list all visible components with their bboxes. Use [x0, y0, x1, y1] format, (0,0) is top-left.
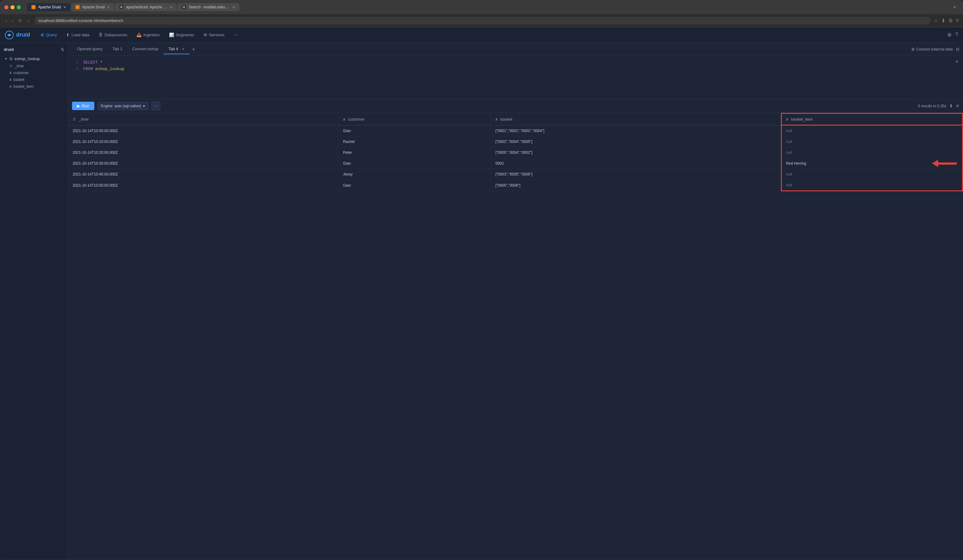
browser-tab-close-tab4[interactable]: ✕: [232, 5, 235, 9]
close-results-icon[interactable]: ✕: [956, 104, 959, 108]
nav-datasources-label: Datasources: [105, 32, 127, 37]
browser-tab-tab2[interactable]: DApache Druid✕: [71, 3, 115, 11]
cell-time-2: 2021-10-14T10:20:00.000Z: [68, 147, 339, 158]
table-icon: ⊞: [9, 57, 13, 61]
traffic-lights: [4, 5, 21, 9]
cell-time-3: 2021-10-14T10:30:00.000Z: [68, 158, 339, 169]
cell-time-1: 2021-10-14T10:10:00.000Z: [68, 136, 339, 147]
connect-label: Connect external data: [916, 47, 953, 52]
string-col-icon-customer: A: [9, 71, 11, 75]
browser-tab-icon-tab4: ⚙: [182, 5, 186, 9]
cell-basket-1: ["0002","0004","0005"]: [491, 136, 781, 147]
tab-4[interactable]: Tab 4 ✕: [164, 44, 190, 54]
editor-line-2-content: FROM eshop_lookup: [83, 66, 125, 73]
result-count: 6 results in 0.26s: [918, 104, 946, 108]
table-row: 2021-10-14T10:40:00.000ZJessy["0003","00…: [68, 169, 963, 180]
table-row: 2021-10-14T10:30:00.000ZGian0002Red Herr…: [68, 158, 963, 169]
app-container: druid ⊞ Query ⬆ Load data 🗄 Datasources …: [0, 27, 963, 559]
browser-tab-tab1[interactable]: DApache Druid✕: [27, 3, 70, 11]
tab-4-close-button[interactable]: ✕: [182, 47, 185, 51]
editor-line-2: 2 FROM eshop_lookup: [73, 66, 958, 73]
nav-more-button[interactable]: ···: [229, 30, 242, 40]
table-wrapper: ⏱ _time A customer A bas: [68, 113, 963, 191]
download-icon[interactable]: ⬇: [941, 18, 945, 24]
tab-1[interactable]: Tab 1: [107, 44, 127, 54]
back-button[interactable]: ‹: [4, 18, 8, 24]
settings-icon[interactable]: ⚙: [947, 32, 952, 38]
col-header-basket: A basket: [491, 113, 781, 125]
browser-tab-icon-tab3: ⚙: [119, 5, 123, 9]
table-row: 2021-10-14T10:00:00.000ZGian["0001","000…: [68, 125, 963, 136]
line-num-2: 2: [73, 66, 78, 73]
maximize-window-button[interactable]: [17, 5, 21, 9]
browser-tab-tab3[interactable]: ⚙apache/druid: Apache Druid: a ...✕: [115, 3, 177, 11]
cell-basket-5: ["0005","0006"]: [491, 180, 781, 191]
new-tab-button[interactable]: +: [951, 3, 959, 11]
run-icon: ▶: [77, 104, 80, 108]
tab-opened-query[interactable]: Opened query: [72, 44, 107, 54]
close-window-button[interactable]: [4, 5, 8, 9]
browser-tab-label-tab2: Apache Druid: [82, 5, 105, 9]
minimize-window-button[interactable]: [11, 5, 15, 9]
engine-selector[interactable]: Engine: auto (sql-native) ▾: [97, 102, 148, 110]
cell-customer-1: Rachel: [339, 136, 491, 147]
query-toolbar: ▶ Run Engine: auto (sql-native) ▾ ··· 6 …: [68, 99, 963, 113]
bookmark-icon[interactable]: ☆: [934, 18, 938, 24]
reload-button[interactable]: ↻: [17, 18, 23, 24]
nav-ingestion-label: Ingestion: [143, 32, 160, 37]
table-row: 2021-10-14T10:50:00.000ZGian["0005","000…: [68, 180, 963, 191]
browser-tabs: DApache Druid✕DApache Druid✕⚙apache/drui…: [27, 3, 948, 11]
ingestion-nav-icon: 📥: [136, 32, 141, 37]
nav-item-services[interactable]: ⚙ Services: [199, 30, 229, 40]
connect-icon: ⊞: [911, 47, 914, 52]
sidebar-col-basket[interactable]: A basket: [7, 76, 65, 83]
sidebar-col-basket-item[interactable]: A basket_item: [7, 83, 65, 90]
extensions-icon[interactable]: ⚙: [948, 18, 953, 24]
cell-basket-item-2: null: [781, 147, 962, 158]
sidebar-columns: ⏱ _time A customer A basket A basket_ite…: [7, 63, 65, 90]
browser-tab-close-tab1[interactable]: ✕: [63, 5, 66, 9]
forward-button[interactable]: ›: [11, 18, 15, 24]
run-button[interactable]: ▶ Run: [72, 102, 94, 110]
menu-icon[interactable]: ≡: [956, 18, 959, 24]
cell-basket-item-1: null: [781, 136, 962, 147]
time-type-icon: ⏱: [73, 118, 76, 121]
nav-item-load-data[interactable]: ⬆ Load data: [62, 30, 94, 40]
results-container[interactable]: ⏱ _time A customer A bas: [68, 113, 963, 559]
string-type-icon-basket-item: A: [786, 118, 788, 121]
browser-tab-close-tab2[interactable]: ✕: [107, 5, 110, 9]
sidebar-datasource-item[interactable]: ▼ ⊞ eshop_lookup: [2, 55, 65, 63]
cell-basket-item-4: null: [781, 169, 962, 180]
select-keyword: SELECT: [83, 60, 98, 65]
browser-tab-tab4[interactable]: ⚙Search · enableLookupSyncOns...✕: [177, 3, 240, 11]
cell-basket-item-0: null: [781, 125, 962, 136]
nav-item-ingestion[interactable]: 📥 Ingestion: [132, 30, 164, 40]
layout-icon[interactable]: ⊟: [956, 47, 959, 52]
sidebar-col-customer[interactable]: A customer: [7, 70, 65, 76]
nav-load-label: Load data: [71, 32, 89, 37]
engine-more-button[interactable]: ···: [151, 102, 160, 110]
nav-item-segments[interactable]: 📊 Segments: [165, 30, 199, 40]
col-customer-label: customer: [13, 71, 29, 75]
browser-tab-icon-tab1: D: [31, 5, 36, 9]
tab-right-actions: ⊞ Connect external data ⊟: [198, 47, 959, 52]
home-button[interactable]: ⌂: [26, 18, 31, 24]
editor-menu-icon[interactable]: ≡: [956, 59, 958, 65]
tab-convert-eshop[interactable]: Convert eshop: [127, 44, 164, 54]
help-icon[interactable]: ?: [955, 32, 958, 38]
col-header-basket-item: A basket_item: [781, 113, 962, 125]
download-results-icon[interactable]: ⬇: [949, 104, 953, 108]
sidebar-expand-icon[interactable]: ⇅: [61, 47, 64, 52]
browser-tab-close-tab3[interactable]: ✕: [170, 5, 172, 9]
cell-time-4: 2021-10-14T10:40:00.000Z: [68, 169, 339, 180]
datasources-nav-icon: 🗄: [99, 32, 103, 37]
cell-customer-4: Jessy: [339, 169, 491, 180]
connect-external-data-button[interactable]: ⊞ Connect external data: [911, 47, 953, 52]
nav-item-datasources[interactable]: 🗄 Datasources: [94, 30, 131, 40]
query-editor[interactable]: 1 SELECT * 2 FROM eshop_lookup ≡: [68, 56, 963, 99]
nav-item-query[interactable]: ⊞ Query: [36, 30, 61, 40]
sidebar-col-time[interactable]: ⏱ _time: [7, 63, 65, 70]
address-bar[interactable]: [34, 17, 931, 24]
browser-tab-label-tab3: apache/druid: Apache Druid: a ...: [126, 5, 167, 9]
add-tab-button[interactable]: +: [190, 45, 197, 53]
